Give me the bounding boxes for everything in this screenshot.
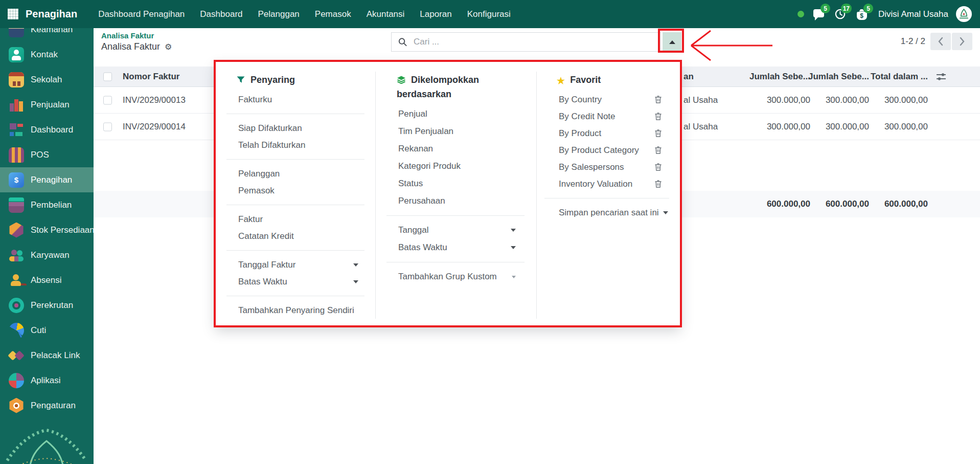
column-header-amount-1[interactable]: Jumlah Sebe... — [749, 72, 810, 82]
top-navbar: Penagihan Dashboard PenagihanDashboardPe… — [0, 0, 980, 28]
sidebar-item-cuti[interactable]: Cuti — [0, 318, 94, 343]
org-logo — [0, 424, 94, 464]
menu-item-dashboard-penagihan[interactable]: Dashboard Penagihan — [90, 0, 192, 28]
menu-divider — [226, 114, 364, 114]
menu-item-pelanggan[interactable]: Pelanggan — [250, 0, 307, 28]
stok-persediaan-icon — [9, 223, 24, 238]
search-input[interactable] — [413, 36, 654, 48]
search-bar[interactable] — [391, 32, 661, 52]
menu-item-akuntansi[interactable]: Akuntansi — [359, 0, 413, 28]
cuti-icon — [9, 323, 24, 338]
trash-icon[interactable] — [654, 112, 662, 121]
sidebar-item-penagihan[interactable]: $Penagihan — [0, 167, 94, 192]
sidebar-item-perekrutan[interactable]: Perekrutan — [0, 293, 94, 318]
groupby-option-batas-waktu[interactable]: Batas Waktu — [398, 239, 516, 256]
revenues-badge: 5 — [863, 4, 873, 13]
row-checkbox[interactable] — [103, 122, 112, 131]
filter-option-catatan-kredit[interactable]: Catatan Kredit — [238, 228, 358, 245]
column-header-partner-fragment[interactable]: an — [683, 72, 694, 82]
sidebar-item-aplikasi[interactable]: Aplikasi — [0, 368, 94, 393]
partner-cell: al Usaha — [683, 122, 718, 132]
invoice-number-cell: INV/2029/00013 — [123, 95, 186, 105]
sidebar-item-pos[interactable]: POS — [0, 142, 94, 167]
column-header-amount-3[interactable]: Total dalam ... — [871, 72, 928, 82]
gear-icon[interactable]: ⚙ — [165, 43, 172, 51]
trash-icon[interactable] — [654, 95, 662, 104]
filter-option-siap-difakturkan[interactable]: Siap Difakturkan — [238, 120, 358, 137]
optional-columns-icon[interactable] — [936, 72, 946, 81]
sidebar-item-label: Penagihan — [31, 175, 72, 185]
messages-icon[interactable]: 5 — [812, 7, 826, 21]
trash-icon[interactable] — [654, 163, 662, 171]
absensi-icon — [9, 273, 24, 288]
pager-next-button[interactable] — [952, 33, 972, 50]
apps-menu-icon[interactable] — [8, 9, 18, 19]
groupby-option-tanggal[interactable]: Tanggal — [398, 222, 516, 239]
chevron-down-icon — [512, 276, 516, 280]
groupby-option-rekanan[interactable]: Rekanan — [398, 140, 516, 158]
app-name[interactable]: Penagihan — [26, 8, 77, 20]
filter-option-faktur[interactable]: Faktur — [238, 211, 358, 228]
favorite-item-by-country[interactable]: By Country — [559, 91, 662, 108]
groupby-option-kategori-produk[interactable]: Kategori Produk — [398, 158, 516, 175]
amount-cell: 300.000,00 — [884, 122, 928, 132]
activities-icon[interactable]: 17 — [833, 7, 847, 21]
revenues-icon[interactable]: $ 5 — [855, 7, 869, 21]
sidebar-item-keamanan[interactable]: Keamanan — [0, 28, 94, 42]
favorite-item-inventory-valuation[interactable]: Inventory Valuation — [559, 175, 662, 192]
menu-item-konfigurasi[interactable]: Konfigurasi — [460, 0, 518, 28]
sidebar-item-penjualan[interactable]: Penjualan — [0, 92, 94, 117]
sidebar-item-dashboard[interactable]: Dashboard — [0, 117, 94, 142]
sidebar-item-pembelian[interactable]: Pembelian — [0, 192, 94, 217]
groupby-option-status[interactable]: Status — [398, 175, 516, 192]
menu-item-pemasok[interactable]: Pemasok — [307, 0, 359, 28]
online-status-dot — [797, 11, 804, 17]
navbar-left: Penagihan Dashboard PenagihanDashboardPe… — [0, 0, 518, 28]
menu-divider — [386, 215, 525, 216]
trash-icon[interactable] — [654, 146, 662, 154]
filter-option-pemasok[interactable]: Pemasok — [238, 182, 358, 199]
sidebar-item-stok-persediaan[interactable]: Stok Persediaan — [0, 217, 94, 242]
favorite-item-by-credit-note[interactable]: By Credit Note — [559, 108, 662, 125]
menu-item-dashboard[interactable]: Dashboard — [192, 0, 250, 28]
groupby-option-perusahaan[interactable]: Perusahaan — [398, 192, 516, 210]
user-menu[interactable]: Divisi Amal Usaha — [878, 9, 948, 19]
menu-divider — [226, 159, 364, 160]
amount-cell: 300.000,00 — [826, 95, 869, 105]
favorite-item-by-product-category[interactable]: By Product Category — [559, 142, 662, 159]
column-header-invoice-number[interactable]: Nomor Faktur — [123, 72, 179, 82]
sidebar-item-absensi[interactable]: Absensi — [0, 268, 94, 293]
sidebar-item-pengaturan[interactable]: Pengaturan — [0, 393, 94, 418]
penjualan-icon — [9, 97, 24, 113]
column-header-amount-2[interactable]: Jumlah Sebe... — [808, 72, 869, 82]
sidebar-item-label: Pelacak Link — [31, 350, 80, 361]
trash-icon[interactable] — [654, 180, 662, 188]
select-all-checkbox[interactable] — [103, 72, 112, 81]
sidebar-item-label: Absensi — [31, 275, 61, 285]
sidebar-item-kontak[interactable]: Kontak — [0, 42, 94, 67]
save-current-search[interactable]: Simpan pencarian saat ini — [559, 204, 682, 221]
groupby-option-penjual[interactable]: Penjual — [398, 105, 516, 123]
favorite-item-by-salespersons[interactable]: By Salespersons — [559, 159, 662, 175]
groupby-option-tim-penjualan[interactable]: Tim Penjualan — [398, 123, 516, 140]
filter-option-tanggal-faktur[interactable]: Tanggal Faktur — [238, 256, 358, 273]
menu-item-laporan[interactable]: Laporan — [412, 0, 459, 28]
pager-previous-button[interactable] — [930, 33, 951, 50]
breadcrumb-link[interactable]: Analisa Faktur — [101, 31, 172, 40]
avatar[interactable] — [956, 6, 972, 22]
filter-option-fakturku[interactable]: Fakturku — [238, 91, 358, 108]
favorite-item-by-product[interactable]: By Product — [559, 125, 662, 142]
groupby-option-tambahkan-grup-kustom[interactable]: Tambahkan Grup Kustom — [398, 268, 516, 285]
row-checkbox[interactable] — [103, 96, 112, 104]
filter-option-telah-difakturkan[interactable]: Telah Difakturkan — [238, 137, 358, 153]
sidebar-item-label: Stok Persediaan — [31, 225, 94, 235]
partner-cell: al Usaha — [683, 95, 718, 105]
sidebar-item-pelacak-link[interactable]: Pelacak Link — [0, 343, 94, 368]
filter-option-tambahkan-penyaring-sendiri[interactable]: Tambahkan Penyaring Sendiri — [238, 302, 358, 319]
trash-icon[interactable] — [654, 129, 662, 138]
sidebar-item-karyawan[interactable]: Karyawan — [0, 242, 94, 268]
sidebar-item-sekolah[interactable]: Sekolah — [0, 67, 94, 92]
filter-option-batas-waktu[interactable]: Batas Waktu — [238, 273, 358, 290]
search-options-toggle[interactable] — [663, 32, 681, 52]
filter-option-pelanggan[interactable]: Pelanggan — [238, 165, 358, 182]
